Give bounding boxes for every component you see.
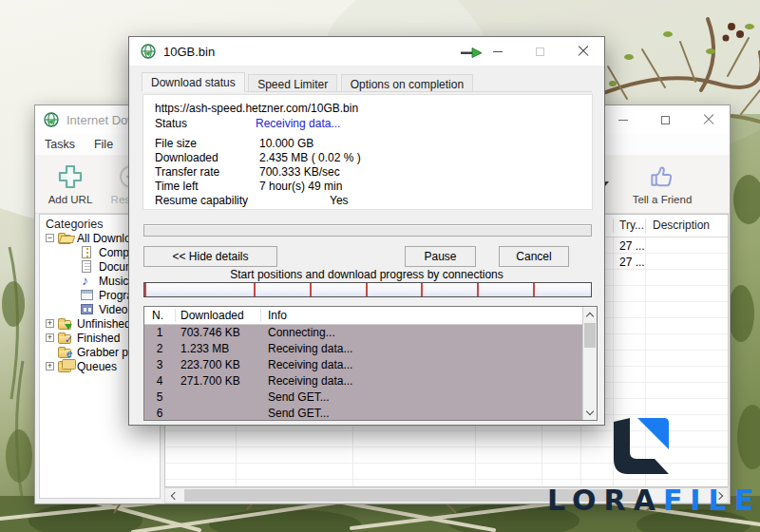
scroll-right-button[interactable] [712, 488, 728, 503]
dialog-title: 10GB.bin [163, 45, 215, 59]
transfer-rate-label: Transfer rate [155, 165, 219, 179]
collapse-expander-icon[interactable] [46, 234, 54, 242]
time-left-value: 7 hour(s) 49 min [259, 180, 342, 193]
category-item-finished[interactable]: Finished [46, 331, 120, 345]
idm-app-icon [44, 112, 59, 127]
connection-start-mark [366, 283, 368, 296]
tell-a-friend-button[interactable]: Tell a Friend [624, 161, 700, 212]
dialog-titlebar[interactable]: 10GB.bin [129, 37, 604, 66]
cancel-button[interactable]: Cancel [499, 246, 569, 267]
zip-file-icon [80, 246, 96, 258]
expand-expander-icon[interactable] [46, 319, 54, 328]
column-header-n[interactable]: N. [152, 309, 163, 322]
scrollbar-thumb[interactable] [184, 489, 638, 502]
category-item-video[interactable]: Video [80, 302, 127, 316]
connections-bar [143, 282, 592, 297]
transfer-rate-value: 700.333 KB/sec [259, 165, 340, 179]
main-maximize-button[interactable] [644, 105, 687, 134]
resume-capability-label: Resume capability [155, 194, 248, 207]
thumbs-up-icon [648, 162, 676, 191]
table-vertical-scrollbar[interactable] [582, 307, 597, 420]
connections-table: N. Downloaded Info 1703.746 KBConnecting… [143, 306, 598, 421]
connections-table-header: N. Downloaded Info [144, 307, 582, 325]
scrollbar-thumb[interactable] [584, 323, 596, 348]
resume-capability-value: Yes [330, 194, 349, 207]
status-label: Status [155, 117, 187, 130]
connection-start-mark [144, 283, 146, 296]
connection-start-mark [310, 283, 312, 296]
expand-expander-icon[interactable] [46, 362, 54, 370]
tab-download-status[interactable]: Download status [142, 72, 245, 92]
hide-details-button[interactable]: << Hide details [143, 246, 277, 267]
document-icon [80, 260, 96, 273]
connection-start-mark [477, 283, 479, 296]
music-note-icon [80, 275, 96, 287]
download-progress-bar [143, 224, 592, 237]
connection-start-mark [533, 283, 535, 296]
download-info-panel: https://ash-speed.hetzner.com/10GB.bin S… [142, 94, 593, 210]
downloaded-value: 2.435 MB ( 0.02 % ) [259, 151, 361, 164]
connection-row[interactable]: 3223.700 KBReceiving data... [144, 357, 582, 373]
menu-file[interactable]: File [85, 138, 123, 151]
dialog-maximize-button[interactable] [519, 37, 561, 66]
folder-check-icon [58, 332, 74, 344]
downloaded-label: Downloaded [155, 151, 218, 164]
tab-options-on-completion[interactable]: Options on completion [341, 74, 473, 92]
add-url-plus-icon [57, 162, 84, 191]
status-value: Receiving data... [256, 117, 340, 130]
scroll-up-button[interactable] [583, 307, 597, 322]
connection-row[interactable]: 21.233 MBReceiving data... [144, 341, 582, 357]
program-window-icon [80, 289, 96, 301]
dialog-minimize-button[interactable] [476, 37, 519, 66]
grabber-folder-icon [58, 346, 74, 358]
download-url: https://ash-speed.hetzner.com/10GB.bin [155, 102, 586, 116]
file-size-value: 10.000 GB [259, 137, 314, 150]
time-left-label: Time left [155, 180, 199, 193]
dialog-tabs: Download status Speed Limiter Options on… [142, 72, 592, 92]
download-row-try-value[interactable]: 27 ... [619, 256, 645, 269]
main-minimize-button[interactable] [601, 105, 644, 134]
connection-start-mark [421, 283, 423, 296]
tab-speed-limiter[interactable]: Speed Limiter [248, 74, 337, 92]
connection-row[interactable]: 5Send GET... [144, 390, 582, 406]
open-folder-icon [58, 232, 74, 244]
dialog-close-button[interactable] [561, 37, 604, 66]
scroll-left-button[interactable] [165, 488, 181, 503]
scroll-down-button[interactable] [583, 405, 597, 420]
pause-button[interactable]: Pause [405, 246, 476, 267]
horizontal-scrollbar[interactable] [164, 487, 729, 504]
connection-row[interactable]: 1703.746 KBConnecting... [144, 325, 582, 341]
add-url-button[interactable]: Add URL [41, 161, 100, 212]
connection-start-mark [254, 283, 256, 296]
close-icon [703, 114, 714, 125]
category-item-music[interactable]: Music [80, 274, 128, 288]
category-item-queues[interactable]: Queues [46, 359, 117, 373]
category-item-unfinished[interactable]: Unfinished [46, 316, 131, 331]
connection-row[interactable]: 6Send GET... [144, 406, 582, 422]
video-clip-icon [80, 303, 96, 315]
main-close-button[interactable] [687, 105, 730, 134]
column-header-downloaded[interactable]: Downloaded [180, 309, 244, 322]
expand-expander-icon[interactable] [46, 333, 54, 342]
folder-down-arrow-icon [58, 317, 74, 330]
idm-file-icon [141, 44, 156, 59]
column-header-info[interactable]: Info [268, 309, 287, 322]
file-size-label: File size [155, 137, 197, 150]
stacked-folders-icon [58, 360, 74, 372]
download-dialog: 10GB.bin Download status Speed Limiter O… [128, 36, 605, 426]
connection-row[interactable]: 4271.700 KBReceiving data... [144, 373, 582, 390]
close-icon [578, 46, 589, 57]
add-url-label: Add URL [41, 194, 100, 205]
menu-tasks[interactable]: Tasks [35, 138, 85, 151]
screen: Internet Downlo Tasks File Downloads Add… [0, 0, 760, 532]
connections-bar-label: Start positions and download progress by… [129, 268, 604, 281]
column-header-description[interactable]: Description [653, 218, 710, 232]
download-row-try-value[interactable]: 27 ... [619, 239, 645, 253]
tell-a-friend-label: Tell a Friend [624, 194, 700, 205]
column-header-try[interactable]: Try... [619, 218, 644, 232]
